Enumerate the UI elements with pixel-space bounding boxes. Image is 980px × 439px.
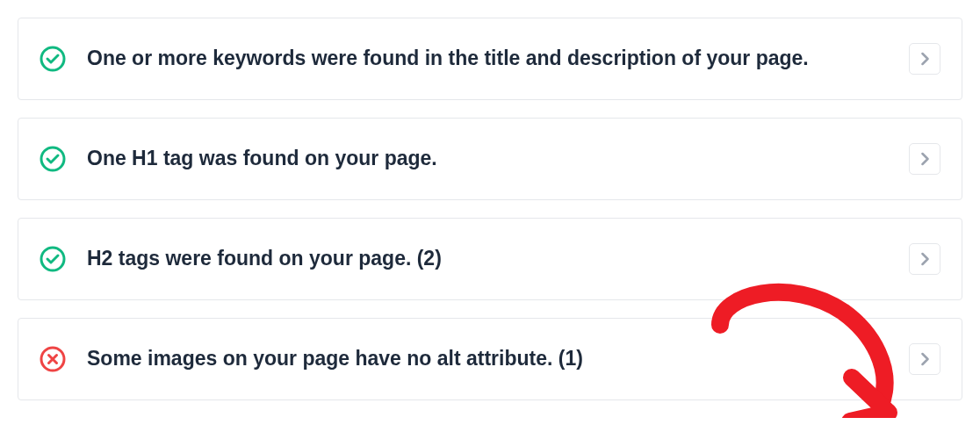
chevron-right-icon bbox=[921, 52, 929, 66]
expand-button[interactable] bbox=[909, 143, 940, 175]
chevron-right-icon bbox=[921, 252, 929, 266]
seo-check-item[interactable]: One or more keywords were found in the t… bbox=[18, 18, 962, 100]
seo-check-item[interactable]: One H1 tag was found on your page. bbox=[18, 118, 962, 200]
check-circle-icon bbox=[40, 146, 66, 172]
seo-check-list: One or more keywords were found in the t… bbox=[18, 18, 962, 400]
seo-check-text: Some images on your page have no alt att… bbox=[87, 346, 888, 372]
expand-button[interactable] bbox=[909, 243, 940, 275]
check-circle-icon bbox=[40, 46, 66, 72]
chevron-right-icon bbox=[921, 352, 929, 366]
check-circle-icon bbox=[40, 246, 66, 272]
chevron-right-icon bbox=[921, 152, 929, 166]
expand-button[interactable] bbox=[909, 43, 940, 75]
seo-check-item[interactable]: Some images on your page have no alt att… bbox=[18, 318, 962, 400]
x-circle-icon bbox=[40, 346, 66, 372]
seo-check-item[interactable]: H2 tags were found on your page. (2) bbox=[18, 218, 962, 300]
seo-check-text: One H1 tag was found on your page. bbox=[87, 146, 888, 172]
expand-button[interactable] bbox=[909, 343, 940, 375]
seo-check-text: H2 tags were found on your page. (2) bbox=[87, 246, 888, 272]
seo-check-text: One or more keywords were found in the t… bbox=[87, 46, 888, 72]
